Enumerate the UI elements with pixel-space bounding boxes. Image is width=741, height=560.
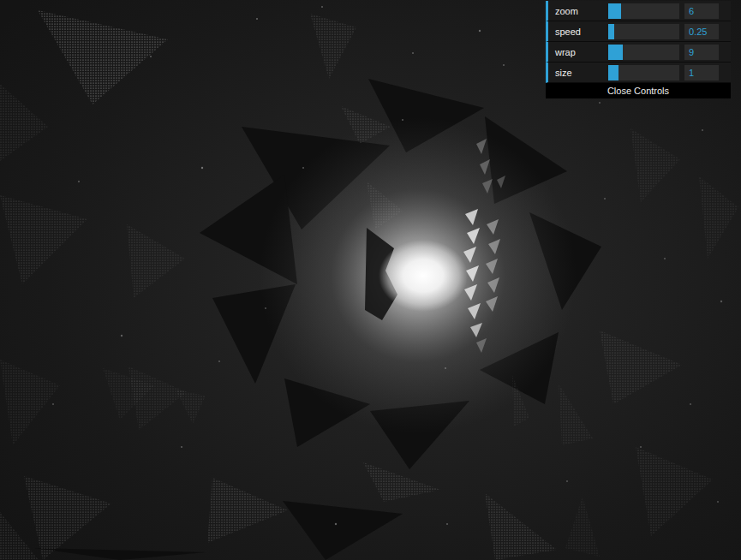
size-value-input[interactable]: [684, 65, 719, 80]
size-slider-fill: [608, 65, 618, 80]
close-controls-button[interactable]: Close Controls: [546, 83, 731, 98]
controller-row-wrap: wrap: [546, 42, 731, 63]
controller-row-zoom: zoom: [546, 1, 731, 21]
controller-row-size: size: [546, 63, 731, 83]
speed-slider[interactable]: [608, 24, 679, 39]
wrap-slider-fill: [608, 45, 623, 60]
size-label: size: [548, 68, 608, 78]
speed-slider-fill: [608, 24, 614, 39]
wrap-value-input[interactable]: [684, 45, 719, 60]
speed-value-input[interactable]: [684, 24, 719, 39]
zoom-value-input[interactable]: [684, 3, 719, 19]
zoom-slider-fill: [608, 3, 621, 19]
speed-label: speed: [548, 27, 608, 37]
wrap-label: wrap: [548, 47, 608, 57]
size-slider[interactable]: [608, 65, 679, 80]
zoom-label: zoom: [548, 6, 608, 16]
tunnel-core: [379, 240, 468, 312]
controller-row-speed: speed: [546, 21, 731, 42]
app-stage: zoom speed wrap size: [0, 0, 741, 560]
zoom-slider[interactable]: [608, 3, 679, 19]
controls-panel: zoom speed wrap size: [546, 1, 731, 98]
wrap-slider[interactable]: [608, 45, 679, 60]
